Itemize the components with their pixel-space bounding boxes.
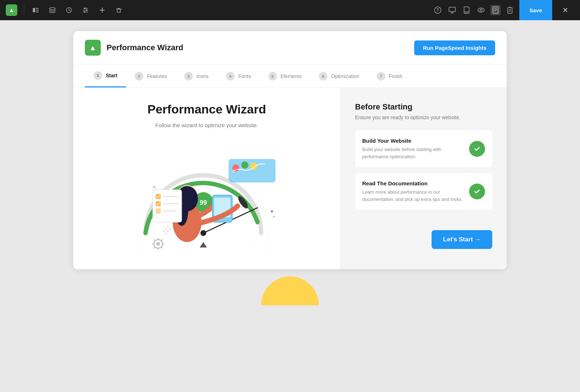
read-docs-desc: Learn more about performance in our docu…	[362, 189, 463, 203]
layers-icon[interactable]	[47, 5, 57, 15]
history-icon[interactable]	[64, 5, 74, 15]
step-1-start[interactable]: 1 Start	[85, 65, 126, 87]
svg-rect-37	[156, 201, 161, 206]
svg-point-53	[167, 226, 169, 228]
yellow-circle-decoration	[261, 276, 319, 305]
step-number-5: 5	[268, 72, 277, 81]
close-button[interactable]: ✕	[557, 0, 574, 20]
svg-text:✕: ✕	[152, 184, 156, 190]
lets-start-button[interactable]: Let's Start →	[432, 230, 492, 249]
checklist-item-docs: Read The Documentation Learn more about …	[355, 173, 492, 210]
step-label-features: Features	[147, 73, 167, 79]
svg-rect-35	[156, 194, 161, 199]
build-website-check	[469, 141, 485, 157]
svg-rect-11	[449, 7, 455, 12]
svg-rect-3	[36, 12, 39, 12]
desktop-icon[interactable]	[447, 5, 457, 15]
svg-rect-2	[36, 10, 39, 10]
wizard-header-left: ▲ Performance Wizard	[85, 40, 183, 56]
svg-point-48	[273, 216, 274, 217]
svg-point-56	[169, 228, 171, 230]
svg-point-43	[232, 164, 239, 172]
svg-point-6	[84, 8, 86, 9]
build-website-desc: Build your website before starting with …	[362, 146, 463, 160]
step-number-4: 4	[226, 72, 235, 81]
toolbar-left: ▲	[6, 4, 427, 16]
tablet-icon[interactable]	[462, 5, 472, 15]
svg-point-52	[165, 228, 166, 230]
svg-point-54	[165, 233, 166, 234]
before-starting-subtitle: Ensure you are ready to optimize your we…	[355, 115, 492, 120]
step-number-3: 3	[184, 72, 193, 81]
svg-point-15	[478, 8, 484, 12]
svg-point-4	[49, 8, 55, 10]
save-button[interactable]: Save	[519, 0, 552, 20]
svg-point-14	[466, 13, 467, 13]
sidebar-icon[interactable]	[31, 5, 41, 15]
main-area: ▲ Performance Wizard Run PageSpeed Insig…	[0, 20, 580, 392]
step-4-fonts[interactable]: 4 Fonts	[217, 65, 260, 87]
step-number-2: 2	[135, 72, 143, 81]
plus-icon[interactable]	[97, 5, 107, 15]
help-icon[interactable]	[433, 5, 443, 15]
svg-point-47	[271, 210, 273, 212]
preview-icon[interactable]	[476, 5, 486, 15]
step-label-optimization: Optimization	[331, 73, 359, 79]
svg-point-22	[200, 230, 206, 236]
illustration-area: 99	[88, 139, 326, 255]
checklist-item-build: Build Your Website Build your website be…	[355, 130, 492, 167]
step-7-finish[interactable]: 7 Finish	[368, 65, 411, 87]
step-label-icons: Icons	[196, 73, 208, 79]
divider	[24, 5, 24, 15]
step-3-icons[interactable]: 3 Icons	[176, 65, 217, 87]
step-label-fonts: Fonts	[238, 73, 251, 79]
wizard-header: ▲ Performance Wizard Run PageSpeed Insig…	[73, 31, 507, 65]
step-2-features[interactable]: 2 Features	[126, 65, 176, 87]
wizard-logo-icon: ▲	[85, 40, 101, 56]
performance-illustration: 99	[131, 139, 283, 255]
wizard-title: Performance Wizard	[107, 43, 183, 52]
step-number-1: 1	[94, 71, 102, 80]
checklist-content-docs: Read The Documentation Learn more about …	[362, 180, 463, 203]
checklist-content-build: Build Your Website Build your website be…	[362, 138, 463, 160]
wizard-main-subtitle: Follow the wizard to optimize your websi…	[155, 122, 258, 128]
svg-point-50	[156, 242, 160, 246]
step-number-6: 6	[319, 72, 328, 81]
svg-point-16	[480, 9, 482, 11]
svg-rect-0	[33, 8, 35, 12]
svg-point-44	[241, 161, 248, 169]
step-label-start: Start	[106, 73, 117, 78]
step-label-elements: Elements	[281, 73, 302, 79]
wizard-left-panel: Performance Wizard Follow the wizard to …	[73, 88, 341, 269]
step-number-7: 7	[377, 72, 385, 81]
wizard-body: Performance Wizard Follow the wizard to …	[73, 88, 507, 269]
svg-point-51	[163, 231, 164, 232]
svg-point-55	[167, 231, 169, 232]
svg-point-10	[437, 12, 438, 12]
toolbar: ▲	[0, 0, 580, 20]
steps-nav: 1 Start 2 Features 3 Icons 4 Fonts 5 Ele…	[73, 65, 507, 88]
wizard-card: ▲ Performance Wizard Run PageSpeed Insig…	[73, 31, 507, 269]
svg-rect-1	[36, 8, 39, 9]
clipboard-icon[interactable]	[505, 5, 515, 15]
svg-rect-17	[493, 7, 498, 13]
doc-file-icon[interactable]	[490, 5, 501, 15]
build-website-title: Build Your Website	[362, 138, 463, 144]
step-5-elements[interactable]: 5 Elements	[260, 65, 310, 87]
svg-text:99: 99	[199, 199, 207, 206]
sliders-icon[interactable]	[81, 5, 91, 15]
wizard-right-panel: Before Starting Ensure you are ready to …	[341, 88, 507, 269]
logo-icon[interactable]: ▲	[6, 4, 17, 16]
run-pagespeed-button[interactable]: Run PageSpeed Insights	[414, 40, 495, 55]
step-6-optimization[interactable]: 6 Optimization	[310, 65, 368, 87]
trash-icon[interactable]	[114, 5, 124, 15]
svg-point-7	[86, 9, 87, 11]
svg-rect-12	[464, 7, 469, 13]
read-docs-title: Read The Documentation	[362, 180, 463, 186]
read-docs-check	[469, 184, 485, 199]
step-label-finish: Finish	[389, 73, 402, 79]
toolbar-right: Save ✕	[433, 0, 574, 20]
wizard-main-title: Performance Wizard	[147, 102, 266, 116]
svg-point-8	[84, 11, 85, 13]
before-starting-title: Before Starting	[355, 102, 492, 112]
